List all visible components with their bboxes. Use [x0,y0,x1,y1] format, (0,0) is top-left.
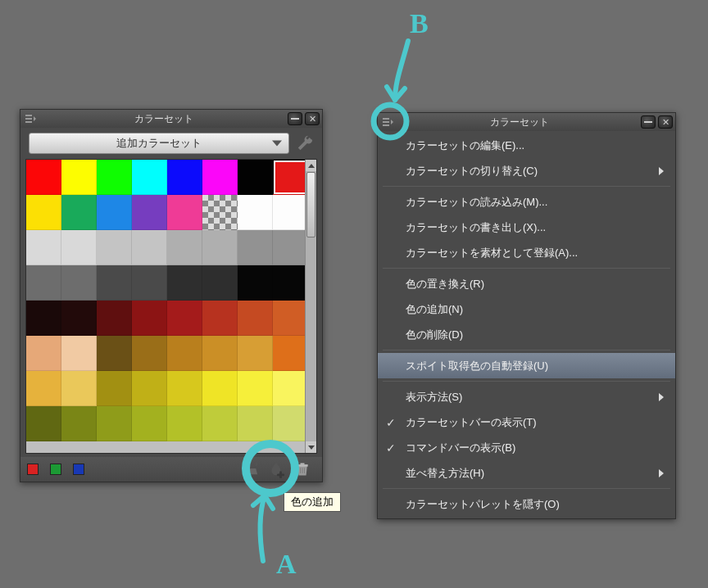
color-swatch[interactable] [167,195,202,230]
color-swatch[interactable] [26,371,61,406]
color-swatch[interactable] [273,195,308,230]
color-swatch[interactable] [167,406,202,441]
color-swatch[interactable] [238,301,273,336]
color-swatch[interactable] [238,195,273,230]
menu-item[interactable]: 表示方法(S) [378,384,675,409]
menu-item[interactable]: スポイト取得色の自動登録(U) [378,353,675,378]
color-swatch[interactable] [273,336,308,371]
color-swatch[interactable] [132,371,167,406]
close-button[interactable]: ✕ [305,112,320,125]
color-swatch[interactable] [61,336,97,371]
menu-item[interactable]: ✓コマンドバーの表示(B) [378,435,675,460]
color-swatch[interactable] [97,371,132,406]
color-swatch[interactable] [97,336,132,371]
color-swatch[interactable] [132,195,167,230]
color-swatch[interactable] [238,336,273,371]
color-swatch[interactable] [273,406,308,441]
color-swatch[interactable] [26,160,61,195]
swatch-grid [26,160,316,441]
color-swatch[interactable] [132,406,167,441]
color-swatch[interactable] [202,265,238,301]
color-swatch[interactable] [167,371,202,406]
svg-rect-1 [301,464,305,465]
color-swatch[interactable] [61,301,97,336]
replace-color-button[interactable] [237,459,263,480]
color-swatch[interactable] [97,406,132,441]
color-swatch[interactable] [97,230,132,265]
color-swatch[interactable] [238,371,273,406]
minimize-button[interactable] [641,115,656,129]
color-set-dropdown[interactable]: 追加カラーセット [29,133,289,154]
color-swatch[interactable] [132,336,167,371]
panel-menu-icon[interactable] [378,113,397,131]
color-swatch[interactable] [238,160,273,195]
menu-item[interactable]: 色の置き換え(R) [378,271,675,296]
color-swatch[interactable] [273,301,308,336]
color-swatch[interactable] [202,301,238,336]
color-swatch[interactable] [167,160,202,195]
footer-color-swatch[interactable] [27,464,39,475]
color-swatch[interactable] [26,336,61,371]
color-swatch[interactable] [167,230,202,265]
color-swatch[interactable] [273,371,308,406]
menu-item[interactable]: ✓カラーセットバーの表示(T) [378,409,675,435]
menu-item[interactable]: 色の追加(N) [378,296,675,322]
color-swatch[interactable] [97,301,132,336]
color-swatch[interactable] [97,195,132,230]
settings-wrench-button[interactable] [293,131,317,156]
scroll-thumb[interactable] [306,172,315,237]
color-swatch[interactable] [273,160,308,195]
color-swatch[interactable] [61,195,97,230]
color-swatch[interactable] [132,230,167,265]
menu-item[interactable]: カラーセットの切り替え(C) [378,158,675,183]
scrollbar[interactable] [305,160,316,453]
color-swatch[interactable] [61,406,97,441]
color-swatch[interactable] [61,230,97,265]
color-swatch[interactable] [202,230,238,265]
color-swatch[interactable] [202,336,238,371]
color-swatch[interactable] [97,265,132,301]
scroll-up-button[interactable] [306,160,317,171]
color-swatch[interactable] [167,265,202,301]
color-swatch[interactable] [202,406,238,441]
menu-item[interactable]: カラーセットを素材として登録(A)... [378,240,675,265]
color-swatch[interactable] [238,265,273,301]
color-swatch[interactable] [26,406,61,441]
menu-item[interactable]: 並べ替え方法(H) [378,460,675,486]
footer-color-swatch[interactable] [73,464,84,475]
color-swatch[interactable] [97,160,132,195]
color-swatch[interactable] [132,160,167,195]
color-swatch[interactable] [238,406,273,441]
add-color-button[interactable] [263,459,289,480]
panel-header[interactable]: カラーセット ✕ [378,113,675,131]
menu-item[interactable]: カラーセットの編集(E)... [378,133,675,158]
color-swatch[interactable] [202,160,238,195]
color-swatch[interactable] [202,195,238,230]
color-swatch[interactable] [238,230,273,265]
color-swatch[interactable] [61,265,97,301]
color-swatch[interactable] [26,265,61,301]
color-swatch[interactable] [167,336,202,371]
menu-item[interactable]: カラーセットの書き出し(X)... [378,215,675,240]
color-swatch[interactable] [167,301,202,336]
color-swatch[interactable] [202,371,238,406]
color-swatch[interactable] [26,195,61,230]
menu-item[interactable]: 色の削除(D) [378,322,675,347]
color-swatch[interactable] [132,265,167,301]
scroll-down-button[interactable] [306,441,317,453]
panel-header[interactable]: カラーセット ✕ [20,110,322,128]
color-swatch[interactable] [273,265,308,301]
color-swatch[interactable] [61,160,97,195]
menu-item[interactable]: カラーセットの読み込み(M)... [378,189,675,215]
minimize-button[interactable] [288,112,302,125]
close-button[interactable]: ✕ [658,115,673,129]
color-swatch[interactable] [26,301,61,336]
delete-color-button[interactable] [289,459,315,480]
color-swatch[interactable] [273,230,308,265]
menu-item[interactable]: カラーセットパレットを隠す(O) [378,491,675,517]
color-swatch[interactable] [132,301,167,336]
color-swatch[interactable] [26,230,61,265]
color-swatch[interactable] [61,371,97,406]
footer-color-swatch[interactable] [50,464,61,475]
panel-menu-icon[interactable] [20,110,40,128]
